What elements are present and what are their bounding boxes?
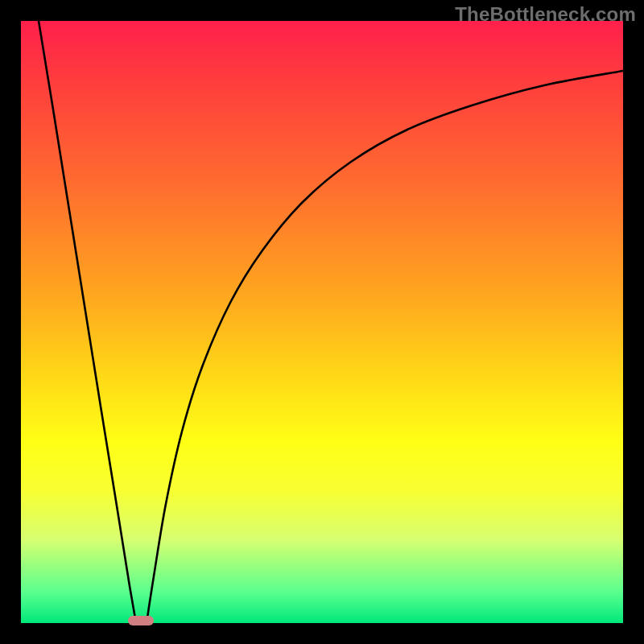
curve-left-branch — [39, 21, 136, 623]
chart-frame: TheBottleneck.com — [0, 0, 644, 644]
curve-layer — [21, 21, 623, 623]
watermark-text: TheBottleneck.com — [455, 3, 636, 26]
trough-marker — [128, 616, 154, 625]
curve-right-branch — [147, 71, 623, 623]
plot-area — [21, 21, 623, 623]
